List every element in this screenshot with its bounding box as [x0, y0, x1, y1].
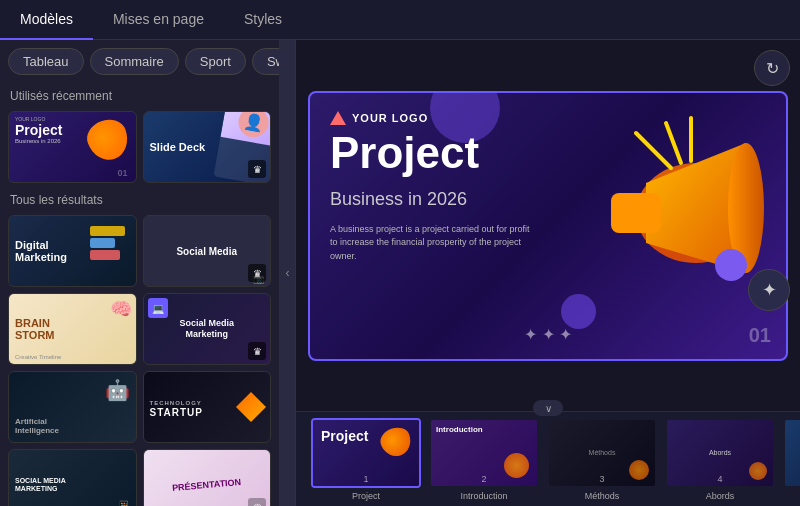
tab-styles[interactable]: Styles	[224, 0, 302, 40]
template-project[interactable]: YOUR LOGO Project Business in 2026 01	[8, 111, 137, 183]
filmstrip-slide-3[interactable]: Méthods 3	[547, 418, 657, 488]
sidebar-scroll[interactable]: Utilisés récemment YOUR LOGO Project Bus…	[0, 83, 279, 506]
crown-badge-smm: ♛	[248, 342, 266, 360]
svg-rect-1	[611, 193, 661, 233]
crown-badge-social-media: ♛	[248, 264, 266, 282]
tab-mises-en-page[interactable]: Mises en page	[93, 0, 224, 40]
slide-description: A business project is a project carried …	[330, 223, 530, 264]
template-digital-marketing[interactable]: DigitalMarketing	[8, 215, 137, 287]
chip-swot[interactable]: Swot	[252, 48, 279, 75]
filmstrip-slide-2-num: 2	[481, 474, 486, 484]
template-startup[interactable]: TECHNOLOGYSTARTUP	[143, 371, 272, 443]
slide-logo-text: YOUR LOGO	[352, 112, 428, 124]
slide-megaphone-illustration	[586, 113, 766, 283]
filmstrip-slide-1[interactable]: Project 1	[311, 418, 421, 488]
slide-title: Project	[330, 131, 479, 175]
filter-chips: Tableau Sommaire Sport Swot Hi…	[0, 40, 279, 83]
slide-subtitle: Business in 2026	[330, 189, 467, 210]
top-tab-bar: Modèles Mises en page Styles	[0, 0, 800, 40]
filmstrip-slide-2-label: Introduction	[460, 491, 507, 501]
slide-logo-area: YOUR LOGO	[330, 111, 428, 125]
content-area: ↻ YOUR LOGO Project Business in 2026 A b…	[296, 40, 800, 506]
filmstrip-toggle-button[interactable]: ∨	[533, 400, 563, 416]
filmstrip-slide-4-label: Abords	[706, 491, 735, 501]
filmstrip-slide-1-label: Project	[352, 491, 380, 501]
svg-line-3	[636, 133, 671, 168]
filmstrip-slide-4-num: 4	[717, 474, 722, 484]
template-brainstorm[interactable]: BRAINSTORM 🧠 Creative Timeline	[8, 293, 137, 365]
filmstrip-slide-3-num: 3	[599, 474, 604, 484]
filmstrip-slide-3-label: Méthods	[585, 491, 620, 501]
main-slide-preview: YOUR LOGO Project Business in 2026 A bus…	[308, 91, 788, 361]
chip-sommaire[interactable]: Sommaire	[90, 48, 179, 75]
slide-logo-triangle-icon	[330, 111, 346, 125]
slide-dots: ✦ ✦ ✦	[524, 325, 572, 344]
filmstrip-slide-4[interactable]: Abords 4	[665, 418, 775, 488]
slide-page-number: 01	[749, 324, 771, 347]
slide-decoration-circle-br	[561, 294, 596, 329]
all-templates-grid: DigitalMarketing Social Media 📷 ♛	[0, 211, 279, 506]
section-recent-label: Utilisés récemment	[0, 83, 279, 107]
sidebar-collapse-button[interactable]: ‹	[280, 40, 296, 506]
template-ai[interactable]: ArtificialIntelligence 🤖	[8, 371, 137, 443]
crown-badge-presentation: ♛	[248, 498, 266, 506]
svg-point-6	[715, 249, 747, 281]
main-layout: Tableau Sommaire Sport Swot Hi… Utilisés…	[0, 40, 800, 506]
magic-button[interactable]: ✦	[748, 269, 790, 311]
crown-badge-slide-deck: ♛	[248, 160, 266, 178]
template-social-media-mk2[interactable]: SOCIAL MEDIAMARKETING 📱	[8, 449, 137, 506]
template-slide-deck[interactable]: Slide Deck 👤 ♛	[143, 111, 272, 183]
template-social-media-marketing[interactable]: Social MediaMarketing 💻 ♛	[143, 293, 272, 365]
template-presentation[interactable]: PRÉSENTATION ♛	[143, 449, 272, 506]
chip-tableau[interactable]: Tableau	[8, 48, 84, 75]
filmstrip: Project 1 Project Introduction 2 Introdu…	[296, 411, 800, 506]
sidebar: Tableau Sommaire Sport Swot Hi… Utilisés…	[0, 40, 280, 506]
svg-line-4	[666, 123, 681, 163]
template-social-media[interactable]: Social Media 📷 ♛	[143, 215, 272, 287]
refresh-button[interactable]: ↻	[754, 50, 790, 86]
tab-modeles[interactable]: Modèles	[0, 0, 93, 40]
filmstrip-slide-5[interactable]: Surfer SEO 5	[783, 418, 800, 488]
slide-preview-container: ↻ YOUR LOGO Project Business in 2026 A b…	[296, 40, 800, 411]
filmstrip-slide-2[interactable]: Introduction 2	[429, 418, 539, 488]
chip-sport[interactable]: Sport	[185, 48, 246, 75]
filmstrip-slide-1-num: 1	[363, 474, 368, 484]
section-all-label: Tous les résultats	[0, 187, 279, 211]
recent-templates-grid: YOUR LOGO Project Business in 2026 01 Sl…	[0, 107, 279, 187]
